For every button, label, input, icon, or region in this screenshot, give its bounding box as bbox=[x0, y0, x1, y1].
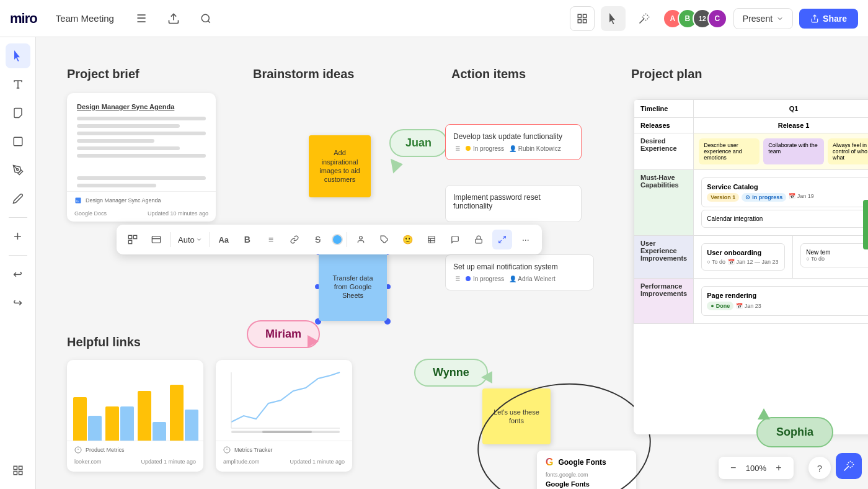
svg-point-11 bbox=[16, 169, 18, 171]
zoom-out-button[interactable]: − bbox=[726, 460, 741, 475]
board-name[interactable]: Team Meeting bbox=[50, 11, 120, 26]
svg-rect-19 bbox=[133, 235, 136, 238]
cursor-button[interactable] bbox=[601, 6, 626, 31]
sticky-add-images[interactable]: Add inspirational images to aid customer… bbox=[309, 135, 371, 197]
doc-footer: G Design Manager Sync Agenda bbox=[67, 191, 216, 209]
product-metrics-card[interactable]: Product Metrics looker.com Updated 1 min… bbox=[67, 360, 203, 472]
canvas: Project brief Brainstorm ideas Action it… bbox=[36, 37, 868, 489]
tb-expand-icon[interactable] bbox=[492, 230, 512, 249]
svg-point-1 bbox=[202, 14, 209, 22]
apps-button[interactable] bbox=[570, 6, 595, 31]
sidebar-add-tool[interactable]: + bbox=[6, 224, 30, 249]
tb-color-dot[interactable] bbox=[332, 234, 343, 245]
tb-align-icon[interactable]: ≡ bbox=[261, 230, 281, 249]
helpful-links-label: Helpful links bbox=[67, 335, 141, 349]
page-rendering-card: Page rendering ● Done 📅 Jan 23 bbox=[701, 286, 868, 316]
tb-lock-icon[interactable] bbox=[469, 230, 489, 249]
miriam-arrow bbox=[308, 335, 319, 348]
bubble-sophia: Sophia bbox=[756, 417, 833, 447]
sticky-transfer-data-container[interactable]: Transfer data from Google Sheets bbox=[319, 253, 387, 321]
menu-icon[interactable]: ☰ bbox=[130, 7, 153, 30]
user-onboarding-card: User onboarding ○ To do 📅 Jan 12 — Jan 2… bbox=[701, 243, 785, 271]
zoom-in-button[interactable]: + bbox=[771, 460, 786, 475]
metrics-tracker-card[interactable]: Metrics Tracker amplitude.com Updated 1 … bbox=[216, 360, 352, 472]
upload-icon[interactable] bbox=[162, 7, 185, 30]
svg-line-30 bbox=[503, 236, 505, 239]
tb-transform-icon[interactable] bbox=[123, 230, 143, 249]
doc-card[interactable]: Design Manager Sync Agenda G Design Mana… bbox=[67, 93, 216, 222]
tb-comment-icon[interactable] bbox=[445, 230, 465, 249]
sticky-transfer-data[interactable]: Transfer data from Google Sheets bbox=[319, 253, 387, 321]
sidebar-grid-tool[interactable] bbox=[6, 458, 30, 483]
action-card-2[interactable]: Implement password reset functionality bbox=[445, 185, 582, 222]
tb-more-icon[interactable]: ··· bbox=[516, 230, 536, 249]
q1-header: Q1 bbox=[694, 100, 868, 118]
new-tem-card: New tem ○ To do bbox=[800, 243, 868, 267]
zoom-controls: − 100% + bbox=[719, 457, 794, 479]
svg-rect-20 bbox=[128, 240, 131, 243]
doc-line bbox=[77, 184, 156, 187]
calendar-card: Calendar integration bbox=[701, 210, 868, 228]
project-plan-table: Timeline Q1 Releases Release 1 Desired E… bbox=[634, 99, 868, 434]
tb-mention-icon[interactable] bbox=[351, 230, 371, 249]
line-chart-svg bbox=[225, 366, 343, 434]
tb-size-selector[interactable]: Auto bbox=[174, 233, 206, 247]
action-card-1-meta: In progress 👤 Rubin Kotowicz bbox=[453, 145, 574, 152]
doc-line bbox=[77, 154, 206, 158]
action-card-1-title: Develop task update functionality bbox=[453, 132, 574, 141]
magic-button[interactable] bbox=[836, 453, 862, 479]
action-card-3[interactable]: Set up email notification system In prog… bbox=[445, 254, 594, 290]
sidebar-redo-tool[interactable]: ↪ bbox=[6, 290, 30, 315]
action-card-1[interactable]: Develop task update functionality In pro… bbox=[445, 124, 582, 160]
tb-link-icon[interactable] bbox=[285, 230, 304, 249]
svg-rect-29 bbox=[476, 239, 482, 243]
release1-label: Release 1 bbox=[694, 118, 868, 133]
doc-footer-time: Updated 10 minutes ago bbox=[148, 210, 208, 217]
doc-card-title: Design Manager Sync Agenda bbox=[77, 103, 206, 110]
present-button[interactable]: Present bbox=[733, 8, 793, 29]
bubble-juan: Juan bbox=[389, 129, 448, 157]
svg-text:G: G bbox=[76, 199, 79, 203]
svg-rect-5 bbox=[578, 19, 581, 22]
tb-font-icon[interactable]: Aa bbox=[214, 230, 234, 249]
tb-bold-icon[interactable]: B bbox=[237, 230, 257, 249]
svg-rect-50 bbox=[262, 431, 312, 433]
sidebar-sticky-tool[interactable] bbox=[6, 101, 30, 125]
ux-label: User Experience Improvements bbox=[634, 236, 694, 279]
topbar: miro Team Meeting ☰ A B 12 C Present Sha… bbox=[0, 0, 868, 37]
bubble-wynne: Wynne bbox=[414, 359, 488, 387]
svg-rect-25 bbox=[428, 236, 435, 243]
search-icon[interactable] bbox=[195, 7, 217, 30]
sidebar-cursor-tool[interactable] bbox=[6, 43, 30, 68]
svg-rect-10 bbox=[14, 137, 22, 146]
help-button[interactable]: ? bbox=[808, 457, 831, 479]
always-feel-card: Always feel in control of who sees what bbox=[828, 138, 868, 164]
sidebar-pen-tool[interactable] bbox=[6, 158, 30, 182]
doc-line bbox=[77, 146, 180, 150]
sidebar-frame-tool[interactable] bbox=[6, 129, 30, 154]
magic-wand-button[interactable] bbox=[632, 6, 657, 31]
sidebar-undo-tool[interactable]: ↩ bbox=[6, 262, 30, 287]
perf-label: Performance Improvements bbox=[634, 279, 694, 324]
tb-table-icon[interactable] bbox=[422, 230, 441, 249]
tb-emoji-icon[interactable]: 🙂 bbox=[398, 230, 418, 249]
doc-footer-source: Google Docs bbox=[74, 210, 107, 217]
share-button[interactable]: Share bbox=[799, 9, 858, 29]
avatars-group: A B 12 C bbox=[663, 9, 727, 29]
action-card-3-meta: In progress 👤 Adria Weinert bbox=[453, 275, 586, 282]
doc-line bbox=[77, 132, 206, 135]
tb-tag-icon[interactable] bbox=[374, 230, 394, 249]
avatar-3: C bbox=[707, 9, 727, 29]
metrics-tracker-footer: Metrics Tracker bbox=[216, 441, 352, 459]
tb-strike-icon[interactable]: S bbox=[308, 230, 328, 249]
svg-rect-12 bbox=[14, 466, 17, 469]
svg-rect-14 bbox=[14, 472, 17, 475]
sidebar-text-tool[interactable] bbox=[6, 72, 30, 97]
svg-rect-21 bbox=[152, 236, 160, 243]
doc-line bbox=[77, 139, 154, 143]
svg-point-23 bbox=[359, 236, 362, 240]
doc-line bbox=[77, 176, 206, 180]
sidebar-pen2-tool[interactable] bbox=[6, 186, 30, 211]
floating-toolbar: Auto Aa B ≡ S 🙂 ··· bbox=[117, 225, 542, 254]
tb-card-icon[interactable] bbox=[146, 230, 166, 249]
